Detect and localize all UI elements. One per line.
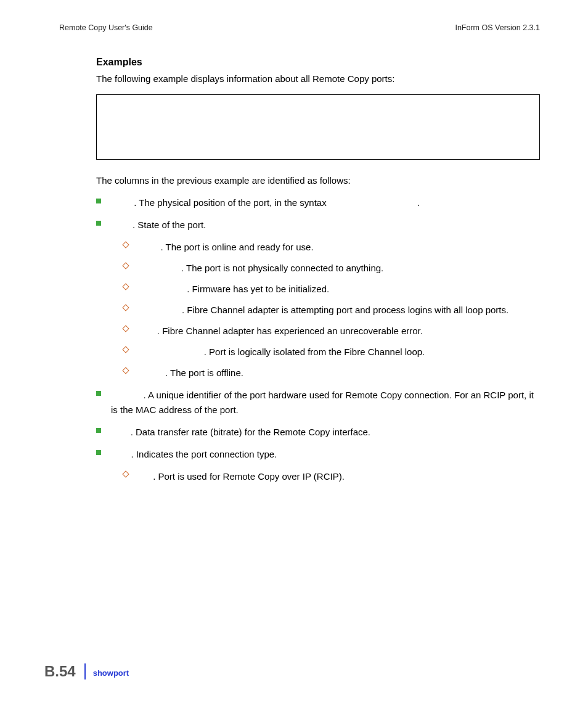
diamond-bullet-icon bbox=[123, 240, 138, 247]
sub-list-item: login_wait . Fibre Channel adapter is at… bbox=[123, 303, 540, 318]
square-bullet-icon bbox=[96, 195, 111, 203]
sub-list-item: error. Fibre Channel adapter has experie… bbox=[123, 324, 540, 339]
square-bullet-icon bbox=[96, 425, 111, 433]
sub-list-text: login_wait . Fibre Channel adapter is at… bbox=[138, 303, 508, 318]
sub-list-text: rcip. Port is used for Remote Copy over … bbox=[138, 469, 345, 484]
sub-list-item: offline . The port is offline. bbox=[123, 366, 540, 380]
page-number: B.54 bbox=[44, 663, 84, 680]
page: Remote Copy User's Guide InForm OS Versi… bbox=[0, 0, 588, 706]
list-item: Type. Indicates the port connection type… bbox=[96, 447, 540, 462]
columns-intro: The columns in the previous example are … bbox=[96, 173, 540, 187]
diamond-bullet-icon bbox=[123, 366, 138, 373]
sub-list-item: rcip. Port is used for Remote Copy over … bbox=[123, 469, 540, 484]
list-text: State. State of the port. bbox=[111, 218, 206, 232]
footer-section: showport bbox=[93, 666, 129, 678]
sub-list-text: non_participate . Port is logically isol… bbox=[138, 345, 425, 359]
section-heading: Examples bbox=[96, 57, 540, 68]
sub-list-item: non_participate . Port is logically isol… bbox=[123, 345, 540, 359]
diamond-bullet-icon bbox=[123, 282, 138, 289]
sub-list-text: config_wait . Firmware has yet to be ini… bbox=[138, 282, 329, 297]
diamond-bullet-icon bbox=[123, 469, 138, 477]
square-bullet-icon bbox=[96, 388, 111, 396]
list-item: HwAddr. A unique identifier of the port … bbox=[96, 388, 540, 417]
diamond-bullet-icon bbox=[123, 303, 138, 310]
square-bullet-icon bbox=[96, 218, 111, 226]
square-bullet-icon bbox=[96, 447, 111, 455]
list-item: Rate. Data transfer rate (bitrate) for t… bbox=[96, 425, 540, 440]
sub-list-text: ready. The port is online and ready for … bbox=[138, 240, 314, 255]
footer-separator bbox=[84, 663, 86, 679]
header-right: InForm OS Version 2.3.1 bbox=[455, 23, 540, 32]
list-item: State. State of the port. bbox=[96, 218, 540, 232]
diamond-bullet-icon bbox=[123, 324, 138, 331]
intro-paragraph: The following example displays informati… bbox=[96, 72, 540, 86]
list-text: HwAddr. A unique identifier of the port … bbox=[111, 388, 540, 417]
sub-list-text: error. Fibre Channel adapter has experie… bbox=[138, 324, 423, 339]
footer: B.54 showport bbox=[44, 663, 129, 680]
diamond-bullet-icon bbox=[123, 261, 138, 268]
running-header: Remote Copy User's Guide InForm OS Versi… bbox=[59, 23, 540, 32]
header-left: Remote Copy User's Guide bbox=[59, 23, 153, 32]
list-text: N:S:P. The physical position of the port… bbox=[111, 195, 420, 210]
list-item: N:S:P. The physical position of the port… bbox=[96, 195, 540, 210]
list-text: Rate. Data transfer rate (bitrate) for t… bbox=[111, 425, 370, 440]
sub-list-item: loss_sync . The port is not physically c… bbox=[123, 261, 540, 276]
sub-list-text: offline . The port is offline. bbox=[138, 366, 243, 380]
sub-list-text: loss_sync . The port is not physically c… bbox=[138, 261, 383, 276]
diamond-bullet-icon bbox=[123, 345, 138, 352]
sub-list-item: ready. The port is online and ready for … bbox=[123, 240, 540, 255]
sub-list-item: config_wait . Firmware has yet to be ini… bbox=[123, 282, 540, 297]
content: Examples The following example displays … bbox=[96, 57, 540, 490]
list-text: Type. Indicates the port connection type… bbox=[111, 447, 277, 462]
example-box bbox=[96, 94, 540, 160]
